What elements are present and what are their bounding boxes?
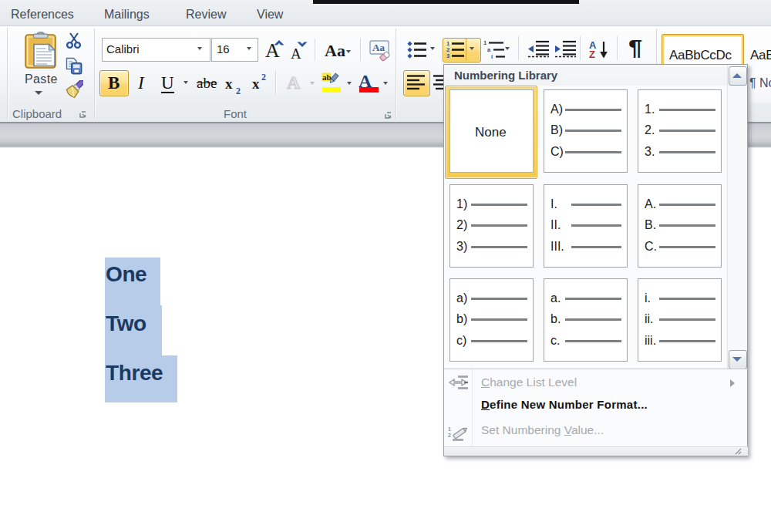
svg-text:i: i	[491, 53, 493, 59]
svg-text:1: 1	[448, 426, 451, 432]
svg-text:2: 2	[448, 433, 451, 438]
svg-text:a: a	[487, 46, 491, 53]
svg-text:3: 3	[446, 52, 449, 59]
svg-text:Aa: Aa	[372, 42, 385, 53]
svg-text:ab: ab	[322, 72, 332, 82]
svg-text:1: 1	[483, 39, 487, 46]
